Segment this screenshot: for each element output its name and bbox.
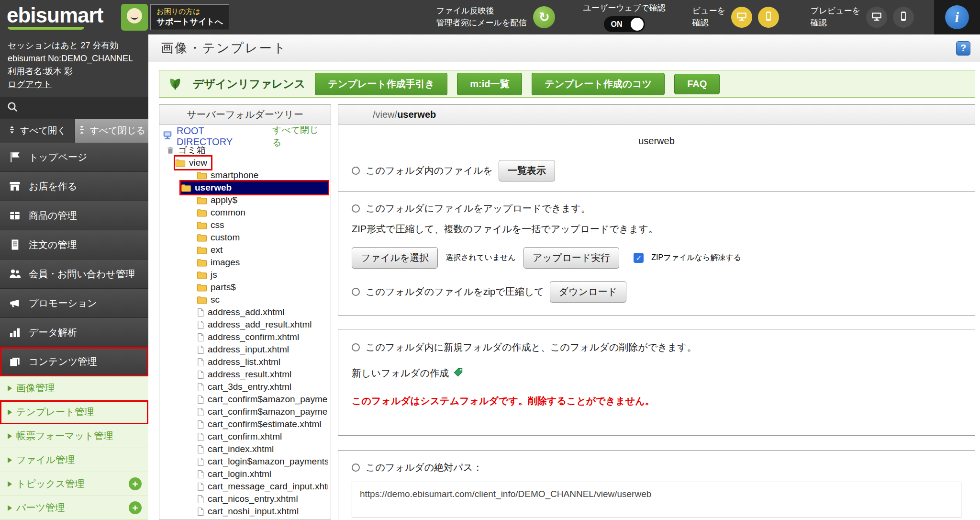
tree-item[interactable]: address_result.xhtml — [197, 368, 328, 381]
tree-item[interactable]: cart_index.xhtml — [197, 443, 328, 455]
unzip-checkbox[interactable]: ✓ — [634, 253, 644, 263]
tree-item[interactable]: cart_message_card_input.xhtml — [197, 480, 328, 493]
sidebar-item-form-format-management[interactable]: 帳票フォーマット管理 — [0, 424, 148, 448]
tree-item[interactable]: cart_login$amazon_payments_v — [197, 455, 328, 468]
userweb-check-toggle[interactable]: ON — [604, 16, 645, 32]
preview-desktop-button[interactable] — [866, 7, 887, 28]
session-user: 利用者名:坂本 彩 — [8, 65, 141, 78]
tree-item[interactable]: cart_nicos_entry.xhtml — [197, 493, 328, 505]
expand-all-button[interactable]: すべて開く — [0, 119, 75, 143]
sidebar-item-parts-management[interactable]: パーツ管理 + — [0, 496, 148, 520]
add-parts-icon[interactable]: + — [129, 501, 142, 514]
template-guide-button[interactable]: テンプレート作成手引き — [315, 73, 447, 95]
tree-item[interactable]: view — [175, 157, 211, 169]
ebisumart-logo[interactable]: ebisumart — [7, 5, 103, 30]
tree-item-label: images — [211, 257, 240, 268]
preview-check-label: プレビューを 確認 — [811, 5, 860, 29]
tree-item[interactable]: smartphone — [197, 169, 328, 181]
tree-item[interactable]: address_add.xhtml — [197, 306, 328, 318]
preview-check-group: プレビューを 確認 — [811, 5, 914, 29]
sidebar-item-top-page[interactable]: トップページ — [0, 143, 148, 172]
order-icon — [8, 238, 22, 251]
view-mobile-button[interactable] — [758, 7, 779, 28]
tree-item[interactable]: common — [197, 206, 328, 219]
logout-link[interactable]: ログアウト — [8, 79, 52, 89]
tree-item[interactable]: cart_confirm$amazon_payments — [197, 393, 328, 406]
search-icon — [7, 101, 18, 114]
tree-item[interactable]: custom — [197, 231, 328, 244]
tree-item[interactable]: address_add_result.xhtml — [197, 318, 328, 331]
support-label: お困りの方は サポートサイトへ — [150, 4, 229, 30]
sidebar-item-order-management[interactable]: 注文の管理 — [0, 230, 148, 260]
list-files-button[interactable]: 一覧表示 — [499, 160, 555, 181]
sidebar-search[interactable] — [0, 97, 148, 119]
absolute-path-field[interactable]: https://demo.ebisumart.com/client_info/D… — [352, 482, 961, 518]
tree-item[interactable]: parts$ — [197, 281, 328, 294]
absolute-path-box: このフォルダの絶対パス： https://demo.ebisumart.com/… — [338, 450, 975, 520]
choose-file-button[interactable]: ファイルを選択 — [352, 247, 438, 269]
create-folder-icon[interactable] — [453, 366, 464, 380]
sidebar-item-content-management[interactable]: コンテンツ管理 — [0, 347, 148, 376]
info-icon[interactable]: i — [945, 5, 969, 29]
tree-item[interactable]: images — [197, 256, 328, 269]
view-desktop-button[interactable] — [731, 7, 752, 28]
faq-button[interactable]: FAQ — [674, 74, 720, 94]
upload-radio[interactable] — [352, 204, 360, 213]
list-files-radio[interactable] — [352, 167, 360, 175]
tree-item[interactable]: address_list.xhtml — [197, 356, 328, 368]
download-button[interactable]: ダウンロード — [550, 281, 626, 303]
flag-icon — [8, 151, 22, 163]
tree-item-label: address_confirm.xhtml — [208, 332, 299, 342]
tree-item[interactable]: cart_3ds_entry.xhtml — [197, 381, 328, 393]
help-icon[interactable]: ? — [956, 41, 970, 56]
collapse-all-button[interactable]: すべて閉じる — [75, 119, 149, 143]
sidebar-item-product-management[interactable]: 商品の管理 — [0, 201, 148, 230]
folder-icon — [197, 221, 207, 229]
sidebar-item-file-management[interactable]: ファイル管理 — [0, 448, 148, 472]
tree-item[interactable]: sc — [197, 294, 328, 306]
sidebar-item-topics-management[interactable]: トピックス管理 + — [0, 472, 148, 496]
preview-mobile-button[interactable] — [893, 7, 914, 28]
tree-root-directory[interactable]: ROOT DIRECTORY すべて閉じる — [162, 129, 328, 144]
tree-item[interactable]: cart_confirm$estimate.xhtml — [197, 418, 328, 430]
new-folder-row[interactable]: 新しいフォルダの作成 — [352, 366, 961, 380]
preview-check-line2: 確認 — [811, 17, 860, 29]
support-site-link[interactable]: お困りの方は サポートサイトへ — [121, 4, 229, 31]
promotion-icon — [8, 297, 22, 309]
tree-item[interactable]: css — [197, 219, 328, 231]
tree-collapse-all-link[interactable]: すべて閉じる — [272, 125, 328, 149]
add-topics-icon[interactable]: + — [129, 477, 142, 490]
tree-item[interactable]: cart_confirm.xhtml — [197, 430, 328, 443]
sidebar-item-template-management[interactable]: テンプレート管理 — [0, 400, 148, 424]
sidebar-item-member-management[interactable]: 会員・お問い合わせ管理 — [0, 260, 148, 289]
tree-item[interactable]: js — [197, 269, 328, 281]
monitor-icon — [735, 10, 748, 24]
tree-item[interactable]: cart_noshi_input.xhtml — [197, 505, 328, 518]
tree-item[interactable]: userweb — [181, 181, 328, 194]
folder-create-radio[interactable] — [352, 343, 360, 351]
tree-item-label: cart_message_card_input.xhtml — [208, 481, 328, 492]
upload-execute-button[interactable]: アップロード実行 — [523, 247, 619, 269]
submenu-label: パーツ管理 — [16, 501, 65, 514]
toggle-on-label: ON — [611, 20, 623, 29]
path-radio[interactable] — [352, 463, 360, 472]
sidebar-item-promotion[interactable]: プロモーション — [0, 289, 148, 318]
sidebar-item-create-shop[interactable]: お店を作る — [0, 172, 148, 201]
tree-item[interactable]: address_confirm.xhtml — [197, 331, 328, 343]
session-info: セッションはあと 27 分有効 ebisumart No:DEMO_CHANNE… — [0, 34, 148, 97]
submenu-label: トピックス管理 — [16, 477, 84, 490]
tree-item-label: ゴミ箱 — [178, 144, 206, 157]
tree-item[interactable]: address_input.xhtml — [197, 343, 328, 356]
tree-item[interactable]: ext — [197, 244, 328, 256]
sidebar-item-data-analytics[interactable]: データ解析 — [0, 318, 148, 347]
mid-list-button[interactable]: m:id一覧 — [457, 73, 522, 95]
tree-item[interactable]: cart_login.xhtml — [197, 468, 328, 480]
tree-item[interactable]: cart_confirm$amazon_payments — [197, 406, 328, 418]
tree-item[interactable]: apply$ — [197, 194, 328, 206]
refresh-icon[interactable]: ↻ — [533, 6, 555, 28]
sidebar-item-image-management[interactable]: 画像管理 — [0, 376, 148, 400]
download-radio[interactable] — [352, 288, 360, 296]
template-tips-button[interactable]: テンプレート作成のコツ — [532, 73, 665, 95]
list-files-label: このフォルダ内のファイルを — [366, 164, 493, 177]
collapse-icon — [78, 125, 86, 136]
